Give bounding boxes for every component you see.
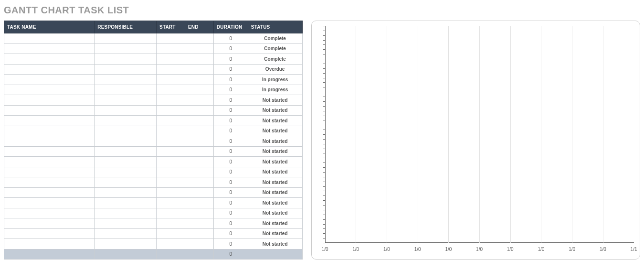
cell-end[interactable]	[185, 198, 213, 208]
cell-duration[interactable]: 0	[213, 167, 248, 177]
cell-responsible[interactable]	[95, 43, 157, 54]
table-row[interactable]: 0Not started	[4, 157, 303, 167]
cell-responsible[interactable]	[95, 33, 157, 44]
cell-task[interactable]	[4, 126, 95, 136]
table-row[interactable]: 0Not started	[4, 208, 303, 218]
cell-task[interactable]	[4, 105, 95, 116]
cell-start[interactable]	[157, 85, 185, 95]
cell-start[interactable]	[157, 33, 185, 44]
cell-duration[interactable]: 0	[213, 126, 248, 136]
cell-start[interactable]	[157, 116, 185, 126]
cell-end[interactable]	[185, 146, 213, 157]
cell-status[interactable]: Not started	[248, 218, 302, 229]
cell-task[interactable]	[4, 239, 95, 249]
cell-responsible[interactable]	[95, 105, 157, 116]
cell-responsible[interactable]	[95, 198, 157, 208]
cell-responsible[interactable]	[95, 85, 157, 95]
cell-duration[interactable]: 0	[213, 208, 248, 218]
cell-status[interactable]: Not started	[248, 187, 302, 198]
cell-start[interactable]	[157, 187, 185, 198]
cell-responsible[interactable]	[95, 116, 157, 126]
cell-task[interactable]	[4, 43, 95, 54]
cell-status[interactable]: Overdue	[248, 64, 302, 75]
cell-start[interactable]	[157, 126, 185, 136]
cell-responsible[interactable]	[95, 75, 157, 85]
cell-task[interactable]	[4, 54, 95, 65]
cell-duration[interactable]: 0	[213, 228, 248, 239]
cell-start[interactable]	[157, 136, 185, 147]
cell-responsible[interactable]	[95, 95, 157, 106]
cell-end[interactable]	[185, 167, 213, 177]
cell-end[interactable]	[185, 105, 213, 116]
table-row[interactable]: 0Not started	[4, 136, 303, 147]
cell-duration[interactable]: 0	[213, 116, 248, 126]
cell-start[interactable]	[157, 75, 185, 85]
cell-duration[interactable]: 0	[213, 239, 248, 249]
cell-end[interactable]	[185, 228, 213, 239]
cell-task[interactable]	[4, 85, 95, 95]
table-row[interactable]: 0Not started	[4, 126, 303, 136]
cell-status[interactable]: Complete	[248, 33, 302, 44]
cell-end[interactable]	[185, 126, 213, 136]
table-row[interactable]: 0Complete	[4, 33, 303, 44]
cell-responsible[interactable]	[95, 218, 157, 229]
cell-status[interactable]: Not started	[248, 167, 302, 177]
table-row[interactable]: 0Not started	[4, 167, 303, 177]
cell-duration[interactable]: 0	[213, 187, 248, 198]
cell-end[interactable]	[185, 177, 213, 188]
cell-status[interactable]: Not started	[248, 239, 302, 249]
cell-end[interactable]	[185, 54, 213, 65]
cell-responsible[interactable]	[95, 54, 157, 65]
cell-start[interactable]	[157, 54, 185, 65]
table-row[interactable]: 0Not started	[4, 198, 303, 208]
cell-responsible[interactable]	[95, 208, 157, 218]
cell-duration[interactable]: 0	[213, 75, 248, 85]
cell-start[interactable]	[157, 239, 185, 249]
cell-task[interactable]	[4, 177, 95, 188]
table-row[interactable]: 0Not started	[4, 105, 303, 116]
table-row[interactable]: 0Not started	[4, 228, 303, 239]
cell-status[interactable]: Not started	[248, 146, 302, 157]
cell-duration[interactable]: 0	[213, 43, 248, 54]
table-row[interactable]: 0Not started	[4, 187, 303, 198]
cell-end[interactable]	[185, 116, 213, 126]
cell-task[interactable]	[4, 187, 95, 198]
cell-responsible[interactable]	[95, 136, 157, 147]
table-row[interactable]: 0Complete	[4, 43, 303, 54]
cell-status[interactable]: Not started	[248, 95, 302, 106]
cell-start[interactable]	[157, 208, 185, 218]
table-row[interactable]: 0Not started	[4, 239, 303, 249]
cell-task[interactable]	[4, 136, 95, 147]
cell-status[interactable]: Not started	[248, 228, 302, 239]
cell-start[interactable]	[157, 43, 185, 54]
cell-responsible[interactable]	[95, 64, 157, 75]
cell-duration[interactable]: 0	[213, 198, 248, 208]
cell-start[interactable]	[157, 105, 185, 116]
table-row[interactable]: 0Not started	[4, 146, 303, 157]
cell-start[interactable]	[157, 146, 185, 157]
cell-task[interactable]	[4, 146, 95, 157]
cell-status[interactable]: Complete	[248, 43, 302, 54]
cell-duration[interactable]: 0	[213, 54, 248, 65]
cell-start[interactable]	[157, 95, 185, 106]
cell-duration[interactable]: 0	[213, 157, 248, 167]
table-row[interactable]: 0Not started	[4, 218, 303, 229]
cell-task[interactable]	[4, 218, 95, 229]
cell-status[interactable]: Not started	[248, 105, 302, 116]
cell-status[interactable]: Complete	[248, 54, 302, 65]
table-row[interactable]: 0Complete	[4, 54, 303, 65]
table-row[interactable]: 0In progress	[4, 75, 303, 85]
cell-duration[interactable]: 0	[213, 136, 248, 147]
cell-status[interactable]: Not started	[248, 157, 302, 167]
cell-responsible[interactable]	[95, 187, 157, 198]
cell-duration[interactable]: 0	[213, 105, 248, 116]
cell-responsible[interactable]	[95, 157, 157, 167]
cell-task[interactable]	[4, 75, 95, 85]
cell-start[interactable]	[157, 218, 185, 229]
cell-status[interactable]: In progress	[248, 85, 302, 95]
cell-end[interactable]	[185, 64, 213, 75]
cell-start[interactable]	[157, 177, 185, 188]
cell-task[interactable]	[4, 95, 95, 106]
cell-duration[interactable]: 0	[213, 64, 248, 75]
cell-responsible[interactable]	[95, 228, 157, 239]
